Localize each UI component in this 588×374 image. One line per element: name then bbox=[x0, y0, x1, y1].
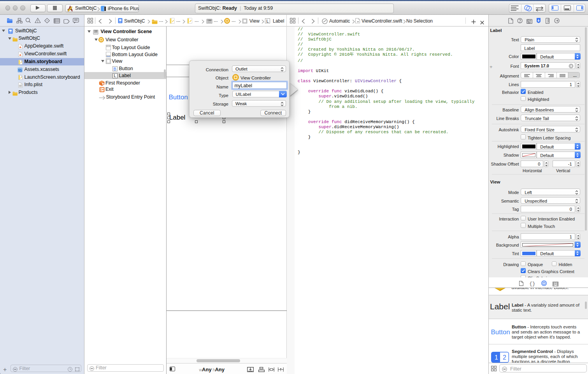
svg-text:2: 2 bbox=[503, 354, 506, 361]
svg-text:1: 1 bbox=[103, 83, 104, 85]
svg-text:1: 1 bbox=[495, 354, 498, 361]
